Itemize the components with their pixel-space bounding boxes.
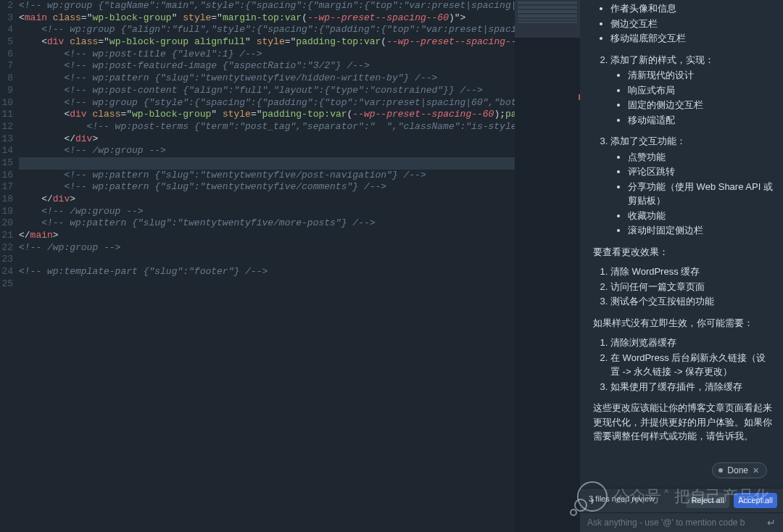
bullet-item: 清新现代的设计 — [628, 68, 773, 83]
step-item: 在 WordPress 后台刷新永久链接（设置 -> 永久链接 -> 保存更改） — [610, 351, 773, 379]
code-line[interactable] — [19, 254, 515, 266]
accept-all-button[interactable]: Accept all — [734, 493, 777, 508]
close-icon[interactable]: ✕ — [753, 466, 759, 475]
code-line[interactable]: <!-- wp:post-featured-image {"aspectRati… — [19, 60, 515, 72]
code-line[interactable] — [19, 157, 515, 170]
code-area[interactable]: <!-- wp:group {"tagName":"main","style":… — [19, 0, 515, 532]
ask-bar: ↵ — [580, 512, 783, 532]
check-heading: 要查看更改效果： — [593, 245, 773, 259]
code-line[interactable]: <!-- wp:post-terms {"term":"post_tag","s… — [19, 121, 515, 133]
code-line[interactable]: <div class="wp-block-group" style="paddi… — [19, 109, 515, 121]
send-icon[interactable]: ↵ — [763, 517, 776, 528]
code-line[interactable]: <div class="wp-block-group alignfull" st… — [19, 36, 515, 49]
bullet-item: 侧边交互栏 — [610, 17, 773, 31]
minimap[interactable] — [515, 0, 580, 532]
review-info: 3 files need review — [586, 493, 682, 508]
code-line[interactable] — [19, 278, 515, 291]
bullet-item: 评论区跳转 — [628, 165, 773, 179]
chat-outro: 这些更改应该能让你的博客文章页面看起来更现代化，并提供更好的用户体验。如果你需要… — [593, 401, 773, 444]
code-line[interactable]: <!-- wp:group {"style":{"spacing":{"padd… — [19, 97, 515, 109]
step-item: 如果使用了缓存插件，清除缓存 — [610, 380, 773, 394]
code-line[interactable]: <!-- /wp:group --> — [19, 242, 515, 254]
code-line[interactable]: <main class="wp-block-group" style="marg… — [19, 12, 515, 25]
code-line[interactable]: <!-- wp:pattern {"slug":"twentytwentyfiv… — [19, 72, 515, 85]
bullet-item: 响应式布局 — [628, 83, 773, 98]
code-line[interactable]: <!-- wp:pattern {"slug":"twentytwentyfiv… — [19, 217, 515, 230]
ai-chat-panel: 作者头像和信息侧边交互栏移动端底部交互栏 添加了新的样式，实现： 清新现代的设计… — [580, 0, 783, 532]
ask-input[interactable] — [587, 518, 763, 528]
reject-all-button[interactable]: Reject all — [686, 493, 729, 508]
done-chip[interactable]: Done ✕ — [712, 462, 767, 478]
step-item: 测试各个交互按钮的功能 — [610, 294, 773, 309]
ol-item-2: 添加了新的样式，实现： — [610, 54, 714, 65]
code-line[interactable]: </div> — [19, 194, 515, 206]
chat-message: 作者头像和信息侧边交互栏移动端底部交互栏 添加了新的样式，实现： 清新现代的设计… — [580, 0, 783, 488]
bullet-item: 移动端适配 — [628, 113, 773, 128]
bullet-item: 收藏功能 — [628, 209, 773, 223]
step-item: 访问任何一篇文章页面 — [610, 280, 773, 294]
review-bar: 3 files need review Reject all Accept al… — [580, 488, 783, 512]
step-item: 清除 WordPress 缓存 — [610, 265, 773, 279]
done-label: Done — [727, 465, 748, 475]
code-line[interactable]: <!-- wp:pattern {"slug":"twentytwentyfiv… — [19, 170, 515, 182]
code-line[interactable]: <!-- wp:post-content {"align":"full","la… — [19, 85, 515, 97]
bullet-item: 固定的侧边交互栏 — [628, 98, 773, 112]
code-line[interactable]: <!-- wp:post-title {"level":1} /--> — [19, 49, 515, 61]
code-line[interactable]: </div> — [19, 133, 515, 146]
bullet-item: 移动端底部交互栏 — [610, 31, 773, 46]
code-line[interactable]: <!-- wp:template-part {"slug":"footer"} … — [19, 266, 515, 278]
line-number-gutter: 2345678910111213141516171819202122232425 — [0, 0, 19, 532]
status-dot-icon — [718, 468, 723, 473]
code-line[interactable]: <!-- /wp:group --> — [19, 145, 515, 157]
if-heading: 如果样式没有立即生效，你可能需要： — [593, 316, 773, 331]
bullet-item: 点赞功能 — [628, 150, 773, 165]
bullet-item: 作者头像和信息 — [610, 1, 773, 16]
code-line[interactable]: </main> — [19, 230, 515, 242]
code-line[interactable]: <!-- wp:pattern {"slug":"twentytwentyfiv… — [19, 181, 515, 194]
bullet-item: 滚动时固定侧边栏 — [628, 223, 773, 238]
code-line[interactable]: <!-- wp:group {"align":"full","style":{"… — [19, 24, 515, 36]
step-item: 清除浏览器缓存 — [610, 336, 773, 350]
code-line[interactable]: <!-- /wp:group --> — [19, 206, 515, 218]
code-line[interactable]: <!-- wp:group {"tagName":"main","style":… — [19, 0, 515, 12]
ol-item-3: 添加了交互功能： — [610, 136, 686, 146]
code-editor[interactable]: 2345678910111213141516171819202122232425… — [0, 0, 580, 532]
bullet-item: 分享功能（使用 Web Share API 或剪贴板） — [628, 180, 773, 208]
